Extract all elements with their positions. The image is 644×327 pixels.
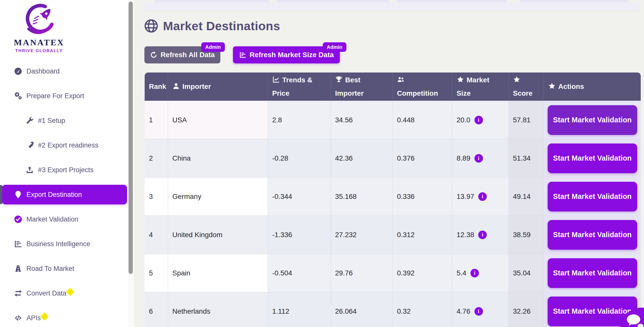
refresh-all-data-label: Refresh All Data (160, 51, 215, 59)
sidebar-item-label: #3 Export Projects (38, 166, 94, 174)
column-header-trends-price: Trends & Price (268, 72, 331, 101)
competition-cell: 0.392 (393, 254, 452, 292)
column-header-score: Score (509, 72, 544, 101)
sidebar-item-prepare-for-export[interactable]: Prepare For Export (0, 84, 128, 108)
map-pin-icon (14, 190, 24, 200)
market-size-cell: 13.97i (452, 177, 509, 215)
users-icon (397, 74, 405, 82)
scrolled-card-remnant (145, 0, 641, 11)
best-importer-cell: 35.168 (331, 177, 393, 215)
actions-cell: Start Market Validation (544, 215, 641, 254)
sidebar-item-1-setup[interactable]: #1 Setup (0, 108, 128, 133)
trends-price-cell: 1.112 (268, 292, 331, 327)
sidebar-item-label: APIs (26, 314, 41, 322)
sidebar-scrollbar-track[interactable] (128, 0, 134, 327)
market-size-value: 13.97 (457, 193, 474, 201)
column-header-actions: Actions (544, 72, 641, 101)
chart-line-icon (272, 74, 280, 82)
rocket-icon (25, 140, 35, 150)
importer-cell: Netherlands (168, 292, 268, 327)
competition-cell: 0.312 (393, 215, 452, 254)
importer-cell: Germany (168, 177, 268, 215)
sidebar-item-label: Market Validation (26, 215, 78, 223)
table-row-china: 2China-0.2842.360.3768.89i51.34Start Mar… (145, 139, 641, 177)
start-market-validation-button[interactable]: Start Market Validation (548, 105, 637, 135)
sidebar-item-convert-data[interactable]: Convert Data (0, 281, 128, 306)
sidebar-item-road-to-market[interactable]: Road To Market (0, 256, 128, 281)
sidebar-scrollbar-thumb[interactable] (129, 2, 133, 274)
sidebar-item-3-export-projects[interactable]: #3 Export Projects (0, 158, 128, 182)
sidebar-item-label: Road To Market (26, 265, 74, 273)
market-size-value: 20.0 (457, 116, 470, 124)
new-feature-diamond-badge (66, 287, 74, 296)
main-content: Market Destinations Refresh All Data Adm… (134, 0, 644, 327)
sidebar: MANATEX THRIVE GLOBALLY DashboardPrepare… (0, 0, 128, 327)
trends-price-cell: -0.504 (268, 254, 331, 292)
refresh-market-size-button[interactable]: Refresh Market Size Data Admin (233, 46, 340, 63)
globe-icon (143, 18, 159, 34)
sidebar-item-label: #2 Export readiness (38, 141, 98, 149)
column-header-competition: Competition (393, 72, 452, 101)
road-icon (14, 264, 24, 274)
trends-price-cell: -1.336 (268, 215, 331, 254)
logo[interactable]: MANATEX THRIVE GLOBALLY (14, 3, 64, 53)
sidebar-item-2-export-readiness[interactable]: #2 Export readiness (0, 133, 128, 158)
best-importer-cell: 42.36 (331, 139, 393, 177)
admin-badge: Admin (323, 42, 346, 52)
info-icon[interactable]: i (474, 154, 483, 163)
score-cell: 57.81 (509, 101, 544, 139)
trends-price-cell: 2.8 (268, 101, 331, 139)
start-market-validation-button[interactable]: Start Market Validation (548, 258, 637, 288)
upload-icon (25, 165, 35, 175)
competition-cell: 0.448 (393, 101, 452, 139)
sidebar-item-dashboard[interactable]: Dashboard (0, 59, 128, 84)
page-title: Market Destinations (143, 18, 280, 34)
sidebar-item-export-destination[interactable]: Export Destination (2, 185, 127, 204)
info-icon[interactable]: i (474, 307, 483, 316)
refresh-market-size-label: Refresh Market Size Data (250, 51, 334, 59)
start-market-validation-button[interactable]: Start Market Validation (548, 220, 637, 250)
wrench-icon (25, 116, 35, 126)
column-header-market-size: Market Size (452, 72, 509, 101)
column-header-best-importer: Best Importer (331, 72, 393, 101)
table-header-row: RankImporterTrends & PriceBest ImporterC… (145, 72, 641, 101)
column-header-importer: Importer (168, 72, 268, 101)
info-icon[interactable]: i (478, 231, 487, 239)
rank-cell: 3 (145, 177, 168, 215)
importer-cell: China (168, 139, 268, 177)
start-market-validation-button[interactable]: Start Market Validation (548, 143, 637, 173)
best-importer-cell: 26.064 (331, 292, 393, 327)
user-icon (172, 81, 180, 88)
trends-price-cell: -0.344 (268, 177, 331, 215)
start-market-validation-button[interactable]: Start Market Validation (548, 182, 637, 211)
check-circle-icon (14, 214, 24, 224)
info-icon[interactable]: i (470, 269, 479, 277)
refresh-icon (150, 51, 157, 59)
star-icon (548, 81, 556, 88)
table-row-usa: 1USA2.834.560.44820.0i57.81Start Market … (145, 101, 641, 139)
competition-cell: 0.336 (393, 177, 452, 215)
rank-cell: 1 (145, 101, 168, 139)
sidebar-nav: DashboardPrepare For Export#1 Setup#2 Ex… (0, 59, 128, 327)
score-cell: 51.34 (509, 139, 544, 177)
market-size-value: 4.76 (457, 307, 470, 315)
best-importer-cell: 34.56 (331, 101, 393, 139)
sidebar-item-apis[interactable]: APIs (0, 306, 128, 327)
sidebar-item-market-validation[interactable]: Market Validation (0, 207, 128, 232)
info-icon[interactable]: i (478, 192, 487, 201)
market-size-cell: 20.0i (452, 101, 509, 139)
best-importer-cell: 27.232 (331, 215, 393, 254)
refresh-all-data-button[interactable]: Refresh All Data Admin (144, 46, 220, 63)
score-cell: 32.26 (509, 292, 544, 327)
sidebar-item-label: Dashboard (26, 67, 60, 75)
exchange-icon (14, 288, 24, 298)
market-size-cell: 4.76i (452, 292, 509, 327)
code-icon (14, 313, 24, 323)
info-icon[interactable]: i (474, 116, 483, 124)
chat-bubbles-icon (625, 313, 644, 327)
sidebar-item-business-intelligence[interactable]: Business Intelligence (0, 232, 128, 256)
sidebar-item-label: Convert Data (26, 289, 66, 297)
gears-icon (14, 91, 24, 101)
sidebar-item-label: #1 Setup (38, 117, 65, 125)
admin-badge: Admin (201, 42, 225, 52)
